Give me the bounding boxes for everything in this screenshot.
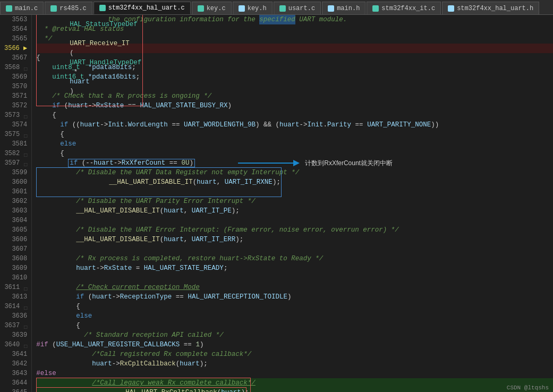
code-content[interactable]: the configuration information for the sp… xyxy=(32,15,553,392)
ln-3637: 3637□ xyxy=(4,321,27,330)
c-file-icon xyxy=(372,5,379,12)
tab-label: main.h xyxy=(337,5,360,12)
editor: 3563 3564 3565 3566 ▶ 3567 3568□ 3569 35… xyxy=(0,15,553,392)
tab-bar: main.c rs485.c stm32f4xx_hal_uart.c key.… xyxy=(0,0,553,15)
ln-3642: 3642 xyxy=(4,359,27,369)
code-line-3566: static HAL_StatusTypeDef UART_Receive_IT… xyxy=(36,44,553,53)
ln-3645: 3645 xyxy=(4,388,27,392)
tab-main-h[interactable]: main.h xyxy=(322,2,365,14)
ln-3602: 3602 xyxy=(4,197,27,206)
ln-3572: 3572 xyxy=(4,101,27,110)
ln-3604: 3604 xyxy=(4,216,27,225)
tab-rs485-c[interactable]: rs485.c xyxy=(45,2,92,14)
ln-3644: 3644 xyxy=(4,378,27,388)
ln-3581: 3581 xyxy=(4,139,27,149)
ln-3611: 3611□ xyxy=(4,283,27,292)
code-line-3609: huart->RxState = HAL_UART_STATE_READY; xyxy=(36,263,553,273)
code-line-3603: __HAL_UART_DISABLE_IT(huart, UART_IT_PE)… xyxy=(36,206,553,216)
ln-3575: 3575□ xyxy=(4,130,27,139)
tab-label: key.c xyxy=(207,5,226,12)
ln-3599: 3599 xyxy=(4,168,27,177)
code-line-3637: { xyxy=(36,321,553,330)
tab-main-c[interactable]: main.c xyxy=(0,2,44,14)
tab-label: key.h xyxy=(248,5,267,12)
h-file-icon xyxy=(328,5,334,12)
code-line-3606: __HAL_UART_DISABLE_IT(huart, UART_IT_ERR… xyxy=(36,235,553,244)
ln-3574: 3574 xyxy=(4,120,27,130)
tab-label: main.c xyxy=(15,5,38,12)
ln-3564: 3564 xyxy=(4,24,27,34)
c-file-icon xyxy=(6,5,12,12)
c-file-icon xyxy=(198,5,204,12)
tab-stm32-uart-c[interactable]: stm32f4xx_hal_uart.c xyxy=(93,2,191,14)
ln-3601: 3601 xyxy=(4,187,27,197)
code-line-3597: if (--huart->RxXferCount == 0U) 计数到RxXfe… xyxy=(36,158,553,168)
code-line-3607 xyxy=(36,244,553,254)
tab-label: stm32f4xx_hal_uart.c xyxy=(108,4,185,12)
tab-key-c[interactable]: key.c xyxy=(192,2,232,14)
ln-3613: 3613 xyxy=(4,292,27,302)
status-text: CSDN @ltqshs xyxy=(507,385,549,391)
ln-3605: 3605 xyxy=(4,225,27,235)
tab-label: stm32f4xx_hal_uart.h xyxy=(457,5,533,12)
code-line-3602: /* Disable the UART Parity Error Interru… xyxy=(36,197,553,206)
code-line-3642: huart->RxCpltCallback(huart); xyxy=(36,359,553,369)
ln-3566: 3566 ▶ xyxy=(4,44,27,53)
ln-3614: 3614□ xyxy=(4,302,27,311)
ln-3610: 3610 xyxy=(4,273,27,283)
annotation-arrow xyxy=(238,158,302,168)
tab-label: stm32f4xx_it.c xyxy=(381,5,435,12)
c-file-icon xyxy=(50,5,57,12)
c-file-icon xyxy=(99,5,106,11)
code-line-3639: /* Standard reception API called */ xyxy=(36,330,553,340)
code-line-3604 xyxy=(36,216,553,225)
code-line-3636: else xyxy=(36,311,553,321)
tab-key-h[interactable]: key.h xyxy=(233,2,273,14)
code-line-3600: __HAL_UART_DISABLE_IT(huart, UART_IT_RXN… xyxy=(36,177,553,187)
code-line-3614: { xyxy=(36,302,553,311)
code-line-3640: #if (USE_HAL_UART_REGISTER_CALLBACKS == … xyxy=(36,340,553,350)
code-line-3573: { xyxy=(36,110,553,120)
ln-3600: 3600 xyxy=(4,177,27,187)
tab-stm32-uart-h[interactable]: stm32f4xx_hal_uart.h xyxy=(442,2,539,14)
ln-3597: 3597□ xyxy=(4,158,27,168)
code-line-3610 xyxy=(36,273,553,283)
tab-usart-c[interactable]: usart.c xyxy=(274,2,321,14)
ln-3563: 3563 xyxy=(4,15,27,24)
zh-annotation: 计数到RxXferCount就关闭中断 xyxy=(305,158,393,168)
ln-3607: 3607 xyxy=(4,244,27,254)
status-bar: CSDN @ltqshs xyxy=(503,384,553,392)
code-line-3575: { xyxy=(36,130,553,139)
line-numbers: 3563 3564 3565 3566 ▶ 3567 3568□ 3569 35… xyxy=(0,15,32,392)
ln-3608: 3608 xyxy=(4,254,27,263)
ln-3640: 3640□ xyxy=(4,340,27,350)
c-file-icon xyxy=(279,5,286,12)
ln-3570: 3570 xyxy=(4,82,27,91)
ln-3569: 3569 xyxy=(4,72,27,82)
ln-3603: 3603 xyxy=(4,206,27,216)
ln-3641: 3641 xyxy=(4,350,27,359)
code-line-3581: else xyxy=(36,139,553,149)
ln-3582: 3582□ xyxy=(4,149,27,158)
tab-label: usart.c xyxy=(288,5,315,12)
ln-3639: 3639 xyxy=(4,330,27,340)
tab-stm32-it-c[interactable]: stm32f4xx_it.c xyxy=(367,2,441,14)
ln-3573: 3573□ xyxy=(4,110,27,120)
code-line-3641: /*Call registered Rx complete callback*/ xyxy=(36,350,553,359)
h-file-icon xyxy=(239,5,245,12)
ln-3606: 3606 xyxy=(4,235,27,244)
code-line-3613: if (huart->ReceptionType == HAL_UART_REC… xyxy=(36,292,553,302)
ln-3643: 3643 xyxy=(4,369,27,378)
code-line-3582: { xyxy=(36,149,553,158)
ln-3636: 3636 xyxy=(4,311,27,321)
h-file-icon xyxy=(448,5,454,12)
ln-3571: 3571 xyxy=(4,91,27,101)
tab-label: rs485.c xyxy=(59,5,86,12)
ln-3609: 3609 xyxy=(4,263,27,273)
code-line-3608: /* Rx process is completed, restore huar… xyxy=(36,254,553,263)
ln-3567: 3567 xyxy=(4,53,27,63)
ln-3568: 3568□ xyxy=(4,63,27,72)
code-line-3643: #else xyxy=(36,369,553,378)
code-line-3605: /* Disable the UART Error Interrupt: (Fr… xyxy=(36,225,553,235)
ln-3565: 3565 xyxy=(4,34,27,44)
